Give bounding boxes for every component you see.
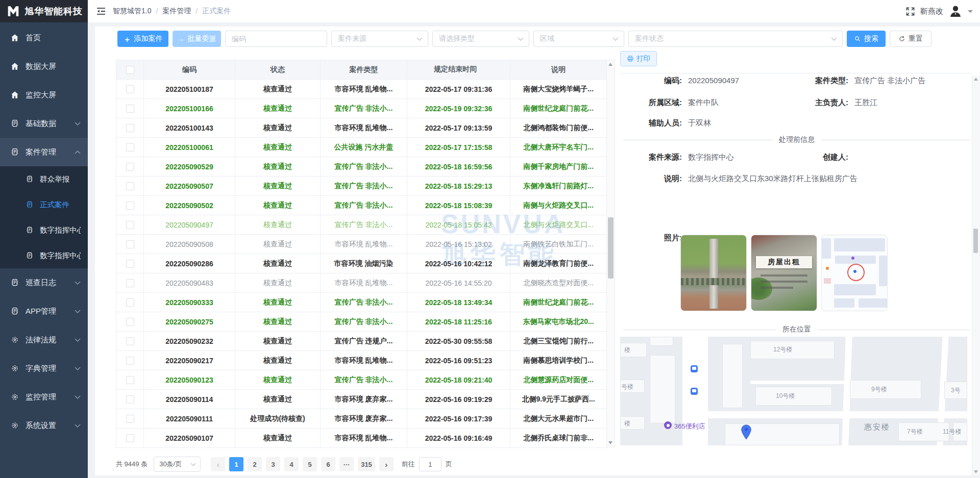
table-row-10[interactable]: 202205090483核查通过市容环境 乱堆物...2022-05-16 14… (116, 273, 607, 293)
sidebar-item-5[interactable]: 巡查日志 (0, 268, 88, 297)
column-header-2[interactable]: 案件类型 (321, 60, 407, 80)
table-scrollbar-thumb[interactable] (608, 217, 614, 279)
table-row-8[interactable]: 202205090508核查通过市容环境 乱堆物...2022-05-16 15… (116, 235, 607, 254)
sidebar-item-7[interactable]: 法律法规 (0, 325, 88, 354)
column-header-4[interactable]: 说明 (510, 60, 607, 80)
row-checkbox[interactable] (126, 85, 134, 93)
goto-page-input[interactable] (419, 457, 442, 471)
column-header-1[interactable]: 状态 (235, 60, 321, 80)
location-pin-icon[interactable] (741, 424, 752, 440)
row-checkbox[interactable] (126, 143, 134, 152)
column-header-3[interactable]: 规定结束时间 (407, 60, 510, 80)
row-checkbox[interactable] (126, 260, 134, 268)
page-button-2[interactable]: 2 (248, 457, 262, 471)
sidebar-subitem-4-3[interactable]: 数字指挥中心统计 (0, 243, 88, 268)
search-button[interactable]: 搜索 (847, 31, 886, 47)
bus-stop-icon[interactable] (691, 388, 698, 395)
page-button-5[interactable]: 5 (303, 457, 317, 471)
table-row-13[interactable]: 202205090232核查通过宣传广告 违规户...2022-05-30 09… (116, 332, 607, 351)
column-header-0[interactable]: 编码 (144, 60, 235, 80)
table-row-2[interactable]: 202205100143核查通过市容环境 乱堆物...2022-05-17 09… (116, 118, 607, 138)
user-menu-caret-icon[interactable] (968, 10, 973, 15)
page-button-1[interactable]: 1 (229, 457, 243, 471)
table-row-17[interactable]: 202205090111处理成功(待核查)市容环境 废弃家...2022-05-… (116, 409, 607, 429)
sidebar-item-8[interactable]: 字典管理 (0, 354, 88, 383)
table-row-9[interactable]: 202205090286核查通过市容环境 油烟污染2022-05-16 10:4… (116, 254, 607, 273)
row-checkbox[interactable] (126, 124, 134, 132)
row-checkbox[interactable] (126, 415, 134, 423)
sidebar-item-2[interactable]: 监控大屏 (0, 81, 88, 109)
case-photo-flyer[interactable]: 房屋出租 (751, 235, 817, 311)
row-checkbox[interactable] (126, 240, 134, 248)
page-button-315[interactable]: 315 (358, 457, 375, 471)
sidebar-item-9[interactable]: 监控管理 (0, 383, 88, 411)
sidebar-subitem-4-2[interactable]: 数字指挥中心 (0, 217, 88, 243)
row-checkbox[interactable] (126, 434, 134, 442)
collapse-menu-icon[interactable] (96, 6, 106, 16)
table-row-4[interactable]: 202205090529核查通过宣传广告 非法小...2022-05-18 16… (116, 157, 607, 177)
panel-scrollbar[interactable] (972, 76, 980, 475)
page-button-3[interactable]: 3 (266, 457, 280, 471)
code-input[interactable] (225, 31, 327, 47)
reset-button[interactable]: 重置 (890, 31, 932, 47)
bus-stop-icon[interactable] (691, 365, 698, 372)
row-checkbox[interactable] (126, 298, 134, 307)
print-button[interactable]: 打印 (620, 51, 657, 66)
row-checkbox[interactable] (126, 395, 134, 404)
location-map[interactable]: 楼号楼楼12号楼10号楼9号楼3号惠安楼7号楼11号楼365便利店 (620, 337, 967, 445)
table-row-0[interactable]: 202205100187核查通过市容环境 乱堆物...2022-05-17 09… (116, 80, 607, 99)
sidebar-subitem-4-0[interactable]: 群众举报 (0, 166, 88, 192)
scroll-up-icon[interactable] (608, 63, 612, 66)
scroll-up-icon[interactable] (974, 78, 978, 81)
user-name[interactable]: 靳燕改 (920, 7, 943, 16)
page-button-4[interactable]: 4 (284, 457, 299, 471)
case-photo-street[interactable] (680, 235, 747, 311)
sort-icons[interactable] (479, 65, 483, 74)
scroll-down-icon[interactable] (974, 470, 978, 473)
sidebar-item-3[interactable]: 基础数据 (0, 109, 88, 138)
case-status-select[interactable]: 案件状态 (628, 31, 843, 47)
page-button-6[interactable]: 6 (321, 457, 335, 471)
table-row-16[interactable]: 202205090114核查通过市容环境 废弃家...2022-05-16 09… (116, 390, 607, 409)
store-poi-icon[interactable] (664, 421, 672, 429)
table-row-14[interactable]: 202205090217核查通过市容环境 乱堆物...2022-05-16 09… (116, 351, 607, 370)
sidebar-item-6[interactable]: APP管理 (0, 297, 88, 325)
panel-scrollbar-thumb[interactable] (973, 229, 978, 253)
area-select[interactable]: 区域 (533, 31, 624, 47)
breadcrumb-item-0[interactable]: 智慧城管1.0 (113, 7, 151, 16)
case-photo-map[interactable] (821, 235, 888, 311)
table-row-1[interactable]: 202205100166核查通过宣传广告 非法小...2022-05-19 09… (116, 99, 607, 118)
row-checkbox[interactable] (126, 202, 134, 210)
table-row-6[interactable]: 202205090502核查通过宣传广告 非法小...2022-05-18 15… (116, 196, 607, 215)
table-row-12[interactable]: 202205090275核查通过宣传广告 非法小...2022-05-18 11… (116, 312, 607, 332)
table-row-15[interactable]: 202205090123核查通过宣传广告 非法小...2022-05-18 09… (116, 370, 607, 390)
breadcrumb-item-1[interactable]: 案件管理 (162, 7, 191, 16)
page-size-select[interactable]: 30条/页 (154, 457, 201, 472)
fullscreen-icon[interactable] (905, 7, 915, 16)
avatar[interactable] (948, 4, 963, 18)
sidebar-item-4[interactable]: 案件管理 (0, 138, 88, 166)
case-source-select[interactable]: 案件来源 (331, 31, 428, 47)
table-row-18[interactable]: 202205090107核查通过市容环境 乱堆物...2022-05-16 09… (116, 429, 607, 448)
sidebar-item-1[interactable]: 数据大屏 (0, 52, 88, 81)
sidebar-item-10[interactable]: 系统设置 (0, 411, 88, 440)
table-scrollbar[interactable] (606, 60, 615, 447)
row-checkbox[interactable] (126, 357, 134, 365)
sidebar-item-0[interactable]: 首页 (0, 23, 88, 52)
batch-assign-button[interactable]: → 批量委派 (173, 31, 221, 47)
scroll-down-icon[interactable] (608, 441, 612, 444)
case-type-select[interactable]: 请选择类型 (432, 31, 529, 47)
row-checkbox[interactable] (126, 221, 134, 229)
next-page-button[interactable]: › (379, 457, 394, 471)
row-checkbox[interactable] (126, 163, 134, 171)
table-row-5[interactable]: 202205090507核查通过宣传广告 非法小...2022-05-18 15… (116, 177, 607, 196)
table-row-11[interactable]: 202205090333核查通过宣传广告 非法小...2022-05-18 13… (116, 293, 607, 312)
row-checkbox[interactable] (126, 182, 134, 190)
row-checkbox[interactable] (126, 318, 134, 326)
table-row-3[interactable]: 202205100061核查通过公共设施 污水井盖2022-05-17 17:1… (116, 138, 607, 157)
row-checkbox[interactable] (126, 376, 134, 384)
breadcrumb-item-2[interactable]: 正式案件 (202, 7, 231, 16)
add-case-button[interactable]: ＋ 添加案件 (117, 31, 168, 47)
select-all-checkbox[interactable] (126, 66, 134, 74)
row-checkbox[interactable] (126, 279, 134, 287)
